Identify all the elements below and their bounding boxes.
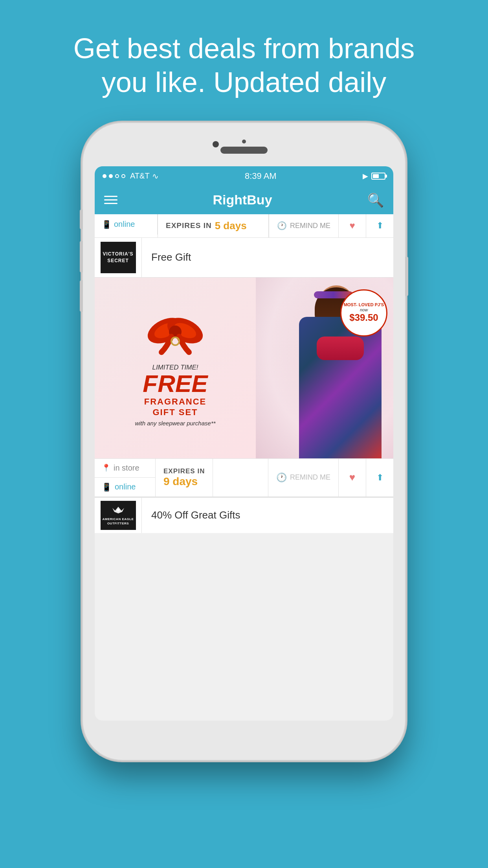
battery-icon [371, 173, 385, 180]
ae-brand-name: AMERICAN EAGLE OUTFITTERS [101, 517, 136, 526]
share-button-top[interactable]: ⬆ [366, 214, 393, 237]
vs-logo-container: VICTORIA'S SECRET [95, 238, 142, 277]
signal-area: AT&T ∿ [103, 171, 159, 181]
ribbon-bow [106, 309, 244, 362]
svg-point-5 [171, 337, 179, 345]
badge-top: MOST- LOVED PJ'S [344, 302, 384, 307]
free-label: FREE [106, 371, 244, 396]
ae-logo-container: AMERICAN EAGLE OUTFITTERS [95, 498, 142, 533]
signal-dot-2 [109, 174, 113, 178]
speaker [220, 147, 268, 154]
clock-icon-bottom: 🕐 [276, 473, 287, 483]
badge-price: $39.50 [349, 312, 378, 323]
bow-svg [144, 309, 207, 356]
ae-deal-card: AMERICAN EAGLE OUTFITTERS 40% Off Great … [95, 497, 393, 533]
status-bar: AT&T ∿ 8:39 AM ▶ [95, 166, 393, 186]
camera [213, 141, 219, 147]
menu-button[interactable] [104, 196, 117, 204]
ae-logo: AMERICAN EAGLE OUTFITTERS [101, 501, 136, 530]
phone-frame: AT&T ∿ 8:39 AM ▶ [83, 123, 405, 760]
promo-text-area: LIMITED TIME! FREE FRAGRANCE GIFT SET wi… [95, 297, 256, 438]
tag-online: 📱 online [95, 214, 158, 235]
eagle-icon [110, 505, 126, 517]
expires-days-top: 5 days [215, 220, 247, 232]
brand-row-vs: VICTORIA'S SECRET Free Gift [95, 238, 393, 278]
model-area: MOST- LOVED PJ'S now $39.50 [256, 278, 393, 458]
remind-label-top: REMIND ME [290, 222, 330, 230]
svg-point-6 [117, 509, 119, 511]
status-indicators: ▶ [363, 172, 385, 180]
instore-label: in store [114, 463, 139, 473]
phone-icon-bottom: 📱 [102, 482, 112, 492]
phone-screen: AT&T ∿ 8:39 AM ▶ [95, 166, 393, 721]
volume-down-button [80, 280, 83, 312]
bottom-tags-row: 📍 in store 📱 online EXPIRES IN 9 days [95, 458, 393, 497]
vs-logo: VICTORIA'S SECRET [101, 242, 136, 273]
share-icon-top: ⬆ [376, 221, 383, 231]
expires-area-top: EXPIRES IN 5 days [158, 214, 255, 237]
location-icon: ▶ [363, 172, 368, 180]
location-tags: 📍 in store 📱 online [95, 459, 156, 497]
headline: Get best deals from brands you like. Upd… [0, 0, 488, 123]
favorite-button-top[interactable]: ♥ [338, 214, 366, 237]
remind-button-bottom[interactable]: 🕐 REMIND ME [268, 459, 338, 497]
mute-button [80, 210, 83, 229]
online-label-bottom: online [115, 482, 136, 491]
app-header: RightBuy 🔍 [95, 186, 393, 214]
promo-detail: with any sleepwear purchase** [106, 420, 244, 427]
online-label: online [114, 220, 135, 229]
vs-deal-image[interactable]: LIMITED TIME! FREE FRAGRANCE GIFT SET wi… [95, 278, 393, 458]
signal-dot-1 [103, 174, 106, 178]
bottom-actions: 🕐 REMIND ME ♥ ⬆ [268, 459, 393, 497]
app-title: RightBuy [213, 192, 272, 208]
share-button-bottom[interactable]: ⬆ [366, 459, 393, 497]
tag-instore: 📍 in store [95, 459, 155, 478]
time-display: 8:39 AM [245, 171, 277, 181]
phone-icon: 📱 [102, 220, 112, 229]
heart-icon-bottom: ♥ [349, 471, 355, 484]
price-badge: MOST- LOVED PJ'S now $39.50 [340, 289, 387, 337]
volume-up-button [80, 241, 83, 272]
signal-dot-4 [121, 174, 125, 178]
battery-fill [373, 174, 379, 178]
location-pin-icon: 📍 [102, 463, 110, 472]
remind-button-top[interactable]: 🕐 REMIND ME [269, 214, 338, 237]
expires-bottom: EXPIRES IN 9 days [156, 459, 213, 497]
tag-online-bottom: 📱 online [95, 478, 155, 497]
vs-deal-title: Free Gift [142, 251, 200, 263]
actions-top: 🕐 REMIND ME ♥ ⬆ [268, 214, 393, 237]
carrier-label: AT&T [130, 171, 150, 180]
ae-deal-title: 40% Off Great Gifts [142, 509, 250, 521]
heart-icon-top: ♥ [349, 220, 355, 231]
wifi-icon: ∿ [152, 171, 159, 181]
search-icon[interactable]: 🔍 [367, 192, 384, 208]
share-icon-bottom: ⬆ [376, 473, 383, 483]
expires-label-bottom: EXPIRES IN [163, 467, 205, 475]
favorite-button-bottom[interactable]: ♥ [338, 459, 366, 497]
expires-days-bottom: 9 days [163, 475, 205, 488]
remind-label-bottom: REMIND ME [290, 473, 330, 482]
deal-card-vs-top: 📱 online EXPIRES IN 5 days 🕐 REMIND ME [95, 214, 393, 497]
clock-icon-top: 🕐 [277, 221, 287, 230]
model-container: MOST- LOVED PJ'S now $39.50 [256, 278, 393, 458]
bra [317, 337, 364, 360]
badge-now: now [360, 307, 368, 312]
expires-label-top: EXPIRES IN [166, 221, 212, 230]
power-button [405, 257, 408, 296]
promo-sub: FRAGRANCE GIFT SET [106, 397, 244, 417]
signal-dot-3 [115, 174, 119, 178]
